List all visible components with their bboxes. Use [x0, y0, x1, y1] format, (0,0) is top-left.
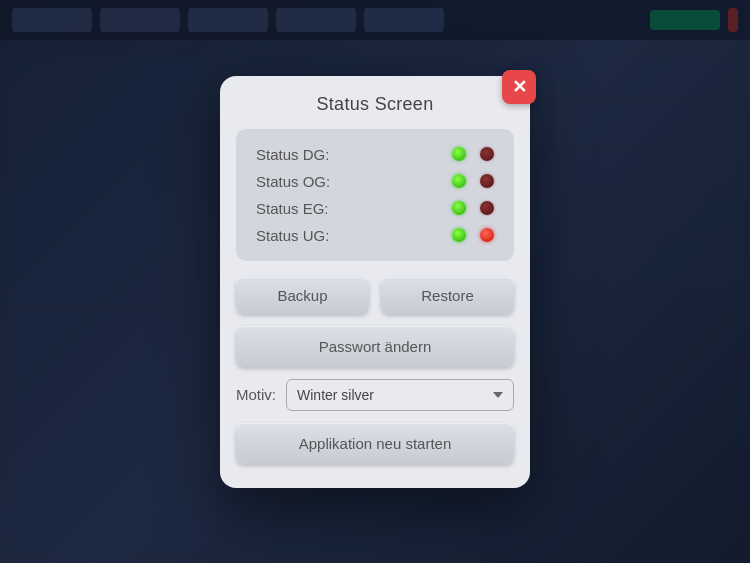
- dot-green-ug: [452, 228, 466, 242]
- status-label-og: Status OG:: [256, 173, 452, 190]
- restart-button[interactable]: Applikation neu starten: [236, 423, 514, 464]
- dot-red-ug: [480, 228, 494, 242]
- status-indicators-dg: [452, 147, 494, 161]
- dot-green-eg: [452, 201, 466, 215]
- dot-red-og: [480, 174, 494, 188]
- restart-section: Applikation neu starten: [220, 423, 530, 464]
- close-button[interactable]: ✕: [502, 70, 536, 104]
- status-label-ug: Status UG:: [256, 227, 452, 244]
- status-row-ug: Status UG:: [256, 222, 494, 249]
- motiv-row: Motiv: Winter silver Summer blue Classic…: [220, 379, 530, 411]
- status-indicators-ug: [452, 228, 494, 242]
- modal-header: Status Screen ✕: [220, 76, 530, 129]
- status-label-eg: Status EG:: [256, 200, 452, 217]
- password-section: Passwort ändern: [220, 326, 530, 367]
- dot-red-eg: [480, 201, 494, 215]
- status-screen-modal: Status Screen ✕ Status DG: Status OG:: [220, 76, 530, 488]
- backup-restore-row: Backup Restore: [220, 277, 530, 314]
- modal-overlay: Status Screen ✕ Status DG: Status OG:: [0, 0, 750, 563]
- modal-title: Status Screen: [317, 94, 434, 115]
- dot-red-dg: [480, 147, 494, 161]
- restore-button[interactable]: Restore: [381, 277, 514, 314]
- motiv-label: Motiv:: [236, 386, 276, 403]
- status-panel: Status DG: Status OG: Status EG:: [236, 129, 514, 261]
- status-row-eg: Status EG:: [256, 195, 494, 222]
- status-row-dg: Status DG:: [256, 141, 494, 168]
- motiv-select[interactable]: Winter silver Summer blue Classic dark L…: [286, 379, 514, 411]
- status-indicators-eg: [452, 201, 494, 215]
- dot-green-og: [452, 174, 466, 188]
- status-label-dg: Status DG:: [256, 146, 452, 163]
- backup-button[interactable]: Backup: [236, 277, 369, 314]
- change-password-button[interactable]: Passwort ändern: [236, 326, 514, 367]
- status-indicators-og: [452, 174, 494, 188]
- dot-green-dg: [452, 147, 466, 161]
- status-row-og: Status OG:: [256, 168, 494, 195]
